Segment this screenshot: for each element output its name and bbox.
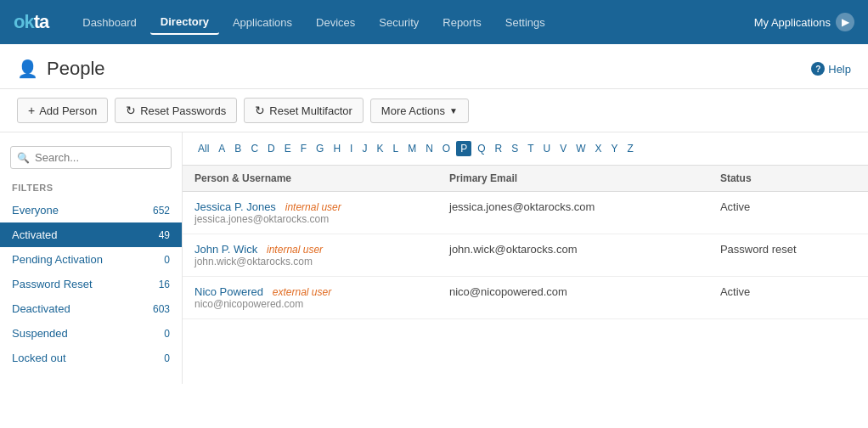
alphabet-bar: AllABCDEFGHIJKLMNOPQRSTUVWXYZ (183, 132, 868, 165)
alpha-x[interactable]: X (592, 141, 606, 156)
person-cell-0: Jessica P. Jones internal user jessica.j… (183, 192, 437, 234)
alpha-j[interactable]: J (358, 141, 370, 156)
alpha-n[interactable]: N (422, 141, 437, 156)
alpha-a[interactable]: A (215, 141, 228, 156)
help-label: Help (828, 63, 851, 76)
people-icon: 👤 (17, 59, 38, 79)
nav-applications[interactable]: Applications (223, 11, 302, 34)
person-username-2: nico@nicopowered.com (194, 298, 426, 310)
person-status-0: Active (720, 200, 750, 213)
person-name-2[interactable]: Nico Powered (194, 285, 263, 298)
alpha-l[interactable]: L (389, 141, 402, 156)
people-table: Person & Username Primary Email Status J… (183, 165, 868, 319)
filter-pending-label: Pending Activation (12, 253, 103, 266)
page-title-text: People (47, 58, 105, 80)
person-username-0: jessica.jones@oktarocks.com (194, 213, 426, 225)
okta-logo: okta (14, 11, 48, 33)
add-person-icon: + (28, 104, 35, 117)
page-title: 👤 People (17, 58, 105, 80)
search-input-wrap: 🔍 (10, 146, 172, 169)
alpha-all[interactable]: All (194, 141, 212, 156)
my-applications-label: My Applications (754, 16, 831, 29)
filter-activated-count: 49 (159, 229, 170, 241)
alpha-k[interactable]: K (373, 141, 386, 156)
alpha-o[interactable]: O (439, 141, 454, 156)
nav-devices[interactable]: Devices (306, 11, 365, 34)
filter-password-reset[interactable]: Password Reset 16 (0, 272, 182, 296)
alpha-h[interactable]: H (330, 141, 344, 156)
person-cell-2: Nico Powered external user nico@nicopowe… (183, 277, 437, 319)
alpha-e[interactable]: E (281, 141, 295, 156)
content-area: 🔍 FILTERS Everyone 652 Activated 49 Pend… (0, 132, 868, 384)
search-box: 🔍 (10, 146, 172, 169)
page-header: 👤 People ? Help (0, 44, 868, 89)
alpha-f[interactable]: F (297, 141, 310, 156)
person-status-2: Active (720, 285, 750, 298)
reset-passwords-button[interactable]: ↻ Reset Passwords (115, 98, 237, 123)
alpha-d[interactable]: D (264, 141, 279, 156)
filter-activated-label: Activated (12, 228, 57, 241)
filter-deactivated-count: 603 (153, 303, 170, 315)
alpha-p[interactable]: P (456, 141, 471, 156)
alpha-z[interactable]: Z (624, 141, 637, 156)
col-primary-email: Primary Email (437, 166, 708, 192)
person-username-1: john.wick@oktarocks.com (194, 256, 426, 268)
filter-everyone-count: 652 (153, 205, 170, 217)
col-status: Status (708, 166, 868, 192)
status-cell-2: Active (708, 277, 868, 319)
filter-deactivated[interactable]: Deactivated 603 (0, 296, 182, 321)
alpha-m[interactable]: M (404, 141, 420, 156)
filter-activated[interactable]: Activated 49 (0, 222, 182, 247)
table-row: Nico Powered external user nico@nicopowe… (183, 277, 868, 319)
toolbar: + Add Person ↻ Reset Passwords ↻ Reset M… (0, 89, 868, 132)
user-type-badge-2: external user (273, 286, 331, 298)
user-type-badge-0: internal user (285, 201, 341, 213)
filter-locked-out[interactable]: Locked out 0 (0, 346, 182, 370)
alpha-s[interactable]: S (508, 141, 521, 156)
reset-multifactor-button[interactable]: ↻ Reset Multifactor (244, 98, 364, 123)
filter-suspended[interactable]: Suspended 0 (0, 321, 182, 346)
reset-passwords-label: Reset Passwords (140, 104, 226, 117)
filter-everyone-label: Everyone (12, 204, 59, 217)
filter-pending-activation[interactable]: Pending Activation 0 (0, 247, 182, 272)
alpha-g[interactable]: G (313, 141, 327, 156)
nav-directory[interactable]: Directory (150, 10, 219, 35)
sidebar: 🔍 FILTERS Everyone 652 Activated 49 Pend… (0, 132, 183, 384)
nav-settings[interactable]: Settings (495, 11, 555, 34)
more-actions-button[interactable]: More Actions ▼ (370, 99, 469, 123)
status-cell-1: Password reset (708, 234, 868, 277)
nav-security[interactable]: Security (369, 11, 429, 34)
filter-deactivated-label: Deactivated (12, 302, 70, 315)
email-cell-0: jessica.jones@oktarocks.com (437, 192, 708, 234)
top-navigation: okta Dashboard Directory Applications De… (0, 0, 868, 44)
alpha-r[interactable]: R (492, 141, 506, 156)
alpha-u[interactable]: U (540, 141, 555, 156)
email-cell-1: john.wick@oktarocks.com (437, 234, 708, 277)
table-row: Jessica P. Jones internal user jessica.j… (183, 192, 868, 234)
more-actions-dropdown-icon: ▼ (449, 106, 458, 115)
add-person-button[interactable]: + Add Person (17, 98, 108, 123)
person-email-1: john.wick@oktarocks.com (449, 243, 577, 256)
reset-multifactor-label: Reset Multifactor (269, 104, 352, 117)
filter-password-reset-count: 16 (159, 279, 170, 290)
main-content: AllABCDEFGHIJKLMNOPQRSTUVWXYZ Person & U… (183, 132, 868, 384)
person-email-0: jessica.jones@oktarocks.com (449, 200, 595, 213)
filter-locked-out-label: Locked out (12, 352, 66, 364)
alpha-v[interactable]: V (556, 141, 570, 156)
help-link[interactable]: ? Help (811, 62, 851, 76)
alpha-b[interactable]: B (231, 141, 245, 156)
my-applications-button[interactable]: My Applications ▶ (754, 13, 854, 31)
nav-dashboard[interactable]: Dashboard (72, 11, 147, 34)
alpha-y[interactable]: Y (608, 141, 622, 156)
person-name-1[interactable]: John P. Wick (194, 243, 257, 256)
search-input[interactable] (10, 146, 172, 169)
person-status-1: Password reset (720, 243, 797, 256)
alpha-t[interactable]: T (524, 141, 537, 156)
alpha-i[interactable]: I (347, 141, 356, 156)
filter-everyone[interactable]: Everyone 652 (0, 198, 182, 222)
person-name-0[interactable]: Jessica P. Jones (194, 200, 276, 213)
nav-reports[interactable]: Reports (432, 11, 492, 34)
alpha-c[interactable]: C (247, 141, 262, 156)
alpha-w[interactable]: W (572, 141, 589, 156)
alpha-q[interactable]: Q (474, 141, 488, 156)
